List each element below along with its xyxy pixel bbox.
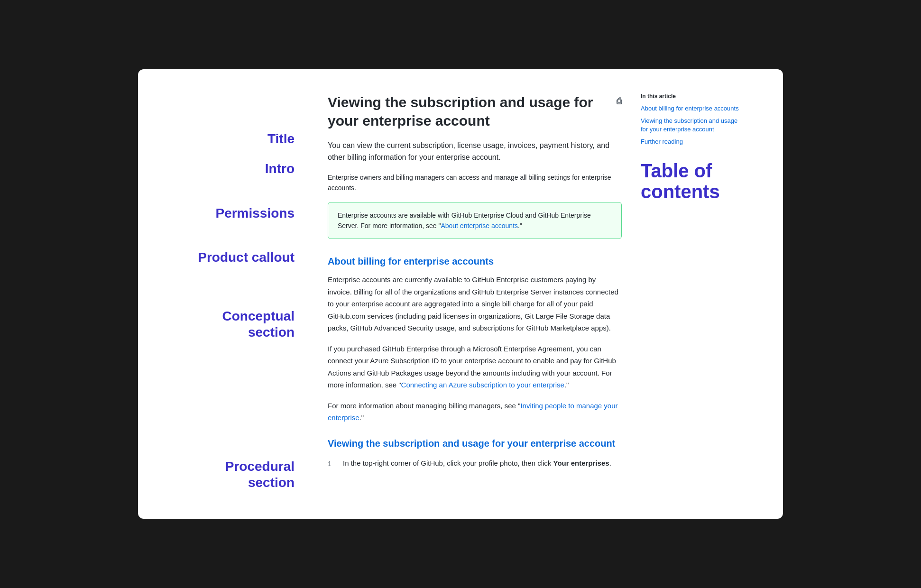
step-list: 1 In the top-right corner of GitHub, cli… — [328, 458, 622, 469]
toc-in-article-label: In this article — [641, 93, 745, 100]
product-callout-box: Enterprise accounts are available with G… — [328, 202, 622, 239]
annotation-permissions: Permissions — [157, 205, 309, 221]
step1-bold: Your enterprises — [553, 459, 609, 467]
intro-paragraph: You can view the current subscription, l… — [328, 139, 622, 164]
annotation-conceptual: Conceptualsection — [157, 308, 309, 340]
conceptual-para3-after: ." — [359, 413, 364, 422]
step-item-1: 1 In the top-right corner of GitHub, cli… — [328, 458, 622, 469]
step1-text-before: In the top-right corner of GitHub, click… — [343, 459, 553, 467]
toc-link-1[interactable]: About billing for enterprise accounts — [641, 104, 745, 113]
conceptual-para2: If you purchased GitHub Enterprise throu… — [328, 343, 622, 391]
toc-big-label: Table of contents — [641, 160, 745, 202]
print-icon[interactable]: ⎙ — [617, 96, 622, 107]
conceptual-para3: For more information about managing bill… — [328, 400, 622, 424]
annotations-column: Title Intro Permissions Product callout … — [157, 93, 318, 496]
main-window: Title Intro Permissions Product callout … — [138, 69, 783, 519]
annotation-product-callout: Product callout — [157, 249, 309, 266]
conceptual-para3-before: For more information about managing bill… — [328, 402, 520, 410]
article-title-container: Viewing the subscription and usage for y… — [328, 93, 622, 130]
conceptual-para1: Enterprise accounts are currently availa… — [328, 274, 622, 334]
conceptual-para2-after: ." — [564, 381, 569, 389]
azure-subscription-link[interactable]: Connecting an Azure subscription to your… — [401, 381, 564, 389]
article-title-text: Viewing the subscription and usage for y… — [328, 93, 611, 130]
toc-big-label-line1: Table of — [641, 160, 745, 181]
callout-text-after: ." — [518, 222, 522, 230]
procedural-heading[interactable]: Viewing the subscription and usage for y… — [328, 438, 622, 449]
step-text-1: In the top-right corner of GitHub, click… — [343, 458, 611, 469]
step1-text-after: . — [609, 459, 611, 467]
toc-link-3[interactable]: Further reading — [641, 138, 745, 146]
toc-column: In this article About billing for enterp… — [631, 93, 745, 496]
annotation-title: Title — [157, 131, 309, 147]
conceptual-heading[interactable]: About billing for enterprise accounts — [328, 256, 622, 267]
main-content-area: Viewing the subscription and usage for y… — [318, 93, 631, 496]
annotation-procedural: Proceduralsection — [157, 459, 309, 490]
annotation-intro: Intro — [157, 161, 309, 177]
step-number-1: 1 — [328, 459, 336, 469]
callout-link[interactable]: About enterprise accounts — [441, 222, 518, 230]
toc-link-2[interactable]: Viewing the subscription and usage for y… — [641, 117, 745, 134]
permissions-paragraph: Enterprise owners and billing managers c… — [328, 172, 622, 193]
procedural-section: Viewing the subscription and usage for y… — [328, 438, 622, 469]
toc-big-label-line2: contents — [641, 181, 745, 202]
